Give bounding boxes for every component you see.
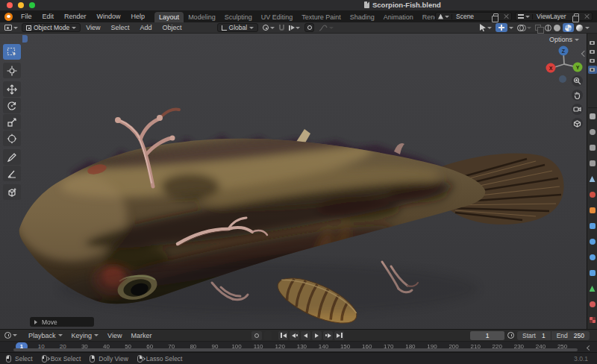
properties-tab[interactable] xyxy=(589,238,596,245)
workspace-tab[interactable]: Modeling xyxy=(184,12,220,22)
gizmos-toggle[interactable] xyxy=(496,23,513,32)
current-frame-field[interactable]: 1 xyxy=(470,331,504,340)
blender-logo-icon[interactable] xyxy=(4,13,13,21)
view-layer-selector[interactable]: ViewLayer xyxy=(515,12,593,21)
topbar-menu-item[interactable]: File xyxy=(16,10,37,22)
tool-cursor[interactable] xyxy=(3,63,21,78)
viewport-menu-item[interactable]: Add xyxy=(135,24,157,31)
properties-tab[interactable] xyxy=(589,316,596,324)
prev-keyframe-button[interactable] xyxy=(290,331,299,340)
topbar-menu-item[interactable]: Window xyxy=(92,10,126,22)
shading-material-active[interactable] xyxy=(563,23,574,32)
outliner-row[interactable] xyxy=(588,57,597,65)
visibility-dropdown[interactable] xyxy=(480,24,492,31)
workspace-tab[interactable]: Shading xyxy=(346,12,379,22)
topbar-menu-item[interactable]: Help xyxy=(126,10,151,22)
outliner-row[interactable] xyxy=(588,48,597,56)
outliner-row[interactable] xyxy=(588,66,597,74)
properties-tab[interactable] xyxy=(589,113,596,120)
xray-toggle-icon[interactable] xyxy=(535,25,541,31)
play-button[interactable] xyxy=(312,331,322,340)
viewport-menu-item[interactable]: Object xyxy=(157,24,187,31)
properties-tab[interactable] xyxy=(589,175,596,183)
zoom-window-button[interactable] xyxy=(29,2,35,8)
workspace-tab[interactable]: UV Editing xyxy=(257,12,298,22)
timeline-menu-item[interactable]: Keying xyxy=(67,332,104,339)
ruler-collapse-chevron[interactable] xyxy=(587,345,592,351)
shading-rendered-icon[interactable] xyxy=(576,25,583,31)
properties-tab[interactable] xyxy=(589,254,596,261)
properties-tab[interactable] xyxy=(589,144,596,151)
pan-button[interactable] xyxy=(572,90,583,101)
properties-tab[interactable] xyxy=(589,269,596,277)
operator-panel[interactable]: Move xyxy=(30,317,94,327)
timeline-menu-item[interactable]: Playback xyxy=(24,332,67,339)
timeline-menu-item[interactable]: View xyxy=(103,332,126,339)
shading-wireframe-icon[interactable] xyxy=(545,25,551,31)
properties-tab[interactable] xyxy=(589,222,596,230)
zoom-button[interactable] xyxy=(572,75,583,87)
topbar-menu-item[interactable]: Edit xyxy=(37,10,60,22)
jump-end-button[interactable] xyxy=(334,331,344,340)
start-frame-field[interactable]: Start1 xyxy=(517,331,551,340)
tool-measure[interactable] xyxy=(3,166,21,181)
properties-tab[interactable] xyxy=(589,160,596,167)
properties-tab[interactable] xyxy=(589,285,596,292)
tool-add-cube[interactable] xyxy=(3,184,21,200)
tool-annotate[interactable] xyxy=(3,149,21,165)
timeline-editor-selector[interactable] xyxy=(4,332,17,339)
view-layer-browse[interactable] xyxy=(516,14,533,19)
topbar-menu-item[interactable]: Render xyxy=(59,10,92,22)
timeline-ruler[interactable]: 1020304050607080901001101201301401501601… xyxy=(0,341,597,352)
overlays-toggle[interactable] xyxy=(517,25,531,31)
scene-browse[interactable] xyxy=(436,14,452,19)
editor-type-selector[interactable] xyxy=(4,25,18,31)
timeline-scrollbar[interactable] xyxy=(13,348,578,351)
auto-keying-toggle[interactable] xyxy=(251,331,262,340)
workspace-tab[interactable]: Layout xyxy=(154,12,184,22)
timeline-menu-item[interactable]: Marker xyxy=(126,332,156,339)
scene-selector[interactable]: Scene xyxy=(435,12,512,21)
properties-tab[interactable] xyxy=(589,191,596,198)
3d-viewport[interactable]: Options Z X Y xyxy=(0,34,587,329)
properties-tab[interactable] xyxy=(589,207,596,214)
properties-tab[interactable] xyxy=(589,128,596,136)
scene-name[interactable]: Scene xyxy=(452,13,491,20)
workspace-tab[interactable]: Animation xyxy=(379,12,418,22)
view-layer-name[interactable]: ViewLayer xyxy=(533,13,572,20)
shading-solid-icon[interactable] xyxy=(554,25,560,31)
unlink-scene-icon[interactable] xyxy=(503,13,509,19)
outliner-row[interactable] xyxy=(588,39,597,47)
tool-box-select[interactable] xyxy=(3,44,21,60)
orientation-dropdown[interactable]: Global xyxy=(217,23,259,32)
tool-scale[interactable] xyxy=(3,114,21,130)
properties-tab[interactable] xyxy=(589,301,596,308)
pivot-dropdown[interactable] xyxy=(263,25,275,31)
workspace-tab[interactable]: Sculpting xyxy=(220,12,257,22)
snap-target-dropdown[interactable] xyxy=(289,25,300,31)
jump-start-button[interactable] xyxy=(278,331,288,340)
next-keyframe-button[interactable] xyxy=(323,331,333,340)
viewport-menu-item[interactable]: View xyxy=(81,24,105,31)
toolbar-expand-handle[interactable] xyxy=(22,35,28,43)
tool-transform[interactable] xyxy=(3,131,21,146)
camera-view-button[interactable] xyxy=(572,104,583,115)
workspace-tab[interactable]: Rendering xyxy=(418,12,435,22)
snap-toggle-icon[interactable] xyxy=(279,25,284,31)
viewport-menu-item[interactable]: Select xyxy=(106,24,135,31)
end-frame-field[interactable]: End250 xyxy=(551,331,590,340)
new-scene-icon[interactable] xyxy=(493,13,498,19)
remove-view-layer-icon[interactable] xyxy=(584,13,590,19)
gizmo-minus-z-axis[interactable] xyxy=(559,75,566,83)
close-window-button[interactable] xyxy=(7,2,13,8)
proportional-falloff-dropdown[interactable] xyxy=(319,25,334,31)
mode-dropdown[interactable]: Object Mode xyxy=(22,23,81,32)
minimize-window-button[interactable] xyxy=(18,2,24,8)
new-view-layer-icon[interactable] xyxy=(574,13,579,19)
keying-set-button[interactable] xyxy=(264,331,272,340)
tool-rotate[interactable] xyxy=(3,98,21,113)
tool-move[interactable] xyxy=(3,81,21,97)
ortho-toggle-button[interactable] xyxy=(572,118,583,129)
workspace-tab[interactable]: Texture Paint xyxy=(297,12,346,22)
play-reverse-button[interactable] xyxy=(301,331,310,340)
